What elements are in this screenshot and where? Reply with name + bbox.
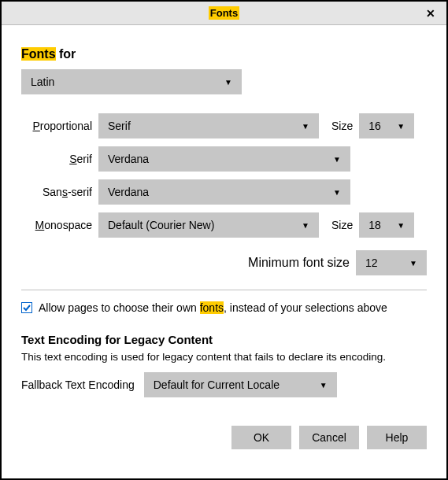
chevron-down-icon: ▼ [409, 259, 417, 268]
allow-pages-row: Allow pages to choose their own fonts, i… [21, 301, 427, 314]
monospace-value: Default (Courier New) [108, 219, 214, 231]
ok-button[interactable]: OK [231, 426, 291, 449]
encoding-value: Default for Current Locale [154, 378, 280, 391]
divider [21, 290, 427, 290]
proportional-size-value: 16 [368, 120, 381, 132]
serif-select[interactable]: Verdana ▼ [98, 146, 350, 172]
monospace-select[interactable]: Default (Courier New) ▼ [98, 212, 319, 238]
monospace-row: Monospace Default (Courier New) ▼ Size 1… [21, 212, 427, 238]
serif-row: Serif Verdana ▼ [21, 146, 427, 172]
dialog-title: Fonts [209, 6, 239, 20]
proportional-size-label: Size [331, 120, 353, 132]
allow-pages-checkbox[interactable] [21, 302, 32, 313]
chevron-down-icon: ▼ [302, 122, 309, 131]
proportional-size-select[interactable]: 16 ▼ [359, 113, 414, 138]
fonts-for-value: Latin [31, 76, 54, 88]
sansserif-row: Sans-serif Verdana ▼ [21, 179, 427, 205]
min-font-row: Minimum font size 12 ▼ [21, 250, 427, 275]
min-font-select[interactable]: 12 ▼ [356, 250, 427, 275]
allow-pages-label: Allow pages to choose their own fonts, i… [39, 301, 387, 314]
chevron-down-icon: ▼ [302, 221, 309, 230]
chevron-down-icon: ▼ [397, 221, 405, 230]
fonts-for-label-hl: Fonts [21, 47, 56, 61]
serif-label: Serif [21, 153, 92, 165]
chevron-down-icon: ▼ [224, 78, 232, 87]
encoding-row: Fallback Text Encoding Default for Curre… [21, 372, 427, 397]
fonts-for-label-suffix: for [56, 47, 76, 61]
titlebar: Fonts ✕ [2, 2, 446, 25]
encoding-select[interactable]: Default for Current Locale ▼ [144, 372, 337, 397]
encoding-title: Text Encoding for Legacy Content [21, 333, 427, 346]
proportional-label: Proportional [21, 120, 92, 132]
cancel-button[interactable]: Cancel [299, 426, 359, 449]
fonts-for-select[interactable]: Latin ▼ [21, 69, 242, 94]
proportional-value: Serif [108, 120, 131, 132]
min-font-value: 12 [365, 257, 378, 269]
sansserif-select[interactable]: Verdana ▼ [98, 179, 350, 205]
serif-value: Verdana [108, 153, 149, 165]
monospace-size-label: Size [331, 219, 353, 231]
help-button[interactable]: Help [367, 426, 427, 449]
chevron-down-icon: ▼ [333, 155, 341, 164]
encoding-label: Fallback Text Encoding [21, 378, 135, 391]
min-font-label: Minimum font size [248, 256, 350, 270]
monospace-label: Monospace [21, 219, 92, 231]
dialog-content: Fonts for Latin ▼ Proportional Serif ▼ S… [2, 25, 446, 462]
button-row: OK Cancel Help [21, 426, 427, 449]
sansserif-value: Verdana [108, 186, 149, 198]
encoding-desc: This text encoding is used for legacy co… [21, 351, 427, 363]
chevron-down-icon: ▼ [397, 122, 405, 131]
fonts-for-heading: Fonts for [21, 47, 427, 61]
sansserif-label: Sans-serif [21, 186, 92, 198]
monospace-size-value: 18 [368, 219, 381, 231]
monospace-size-select[interactable]: 18 ▼ [359, 212, 414, 238]
close-icon[interactable]: ✕ [421, 6, 440, 21]
proportional-row: Proportional Serif ▼ Size 16 ▼ [21, 113, 427, 138]
chevron-down-icon: ▼ [320, 381, 328, 390]
check-icon [22, 303, 31, 312]
proportional-select[interactable]: Serif ▼ [98, 113, 319, 138]
chevron-down-icon: ▼ [333, 188, 341, 197]
